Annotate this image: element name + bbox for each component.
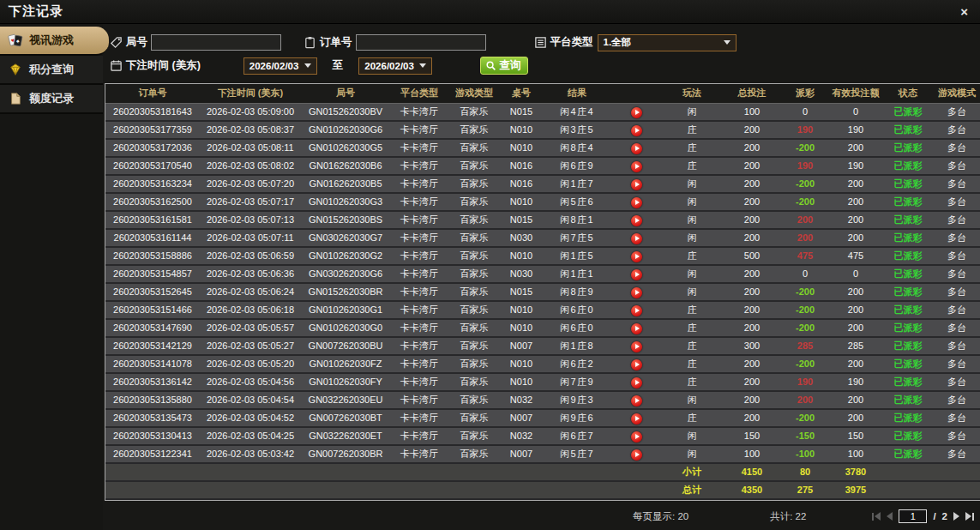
replay-play-icon[interactable] xyxy=(631,107,642,118)
cell-mode: 多台 xyxy=(934,247,980,265)
replay-play-icon[interactable] xyxy=(631,269,642,280)
cell-status: 已派彩 xyxy=(882,229,934,247)
date-from-select[interactable]: 2026/02/03 xyxy=(243,57,317,75)
cell-replay xyxy=(611,301,661,319)
total-row-status xyxy=(882,481,934,499)
cell-wanfa: 闲 xyxy=(661,427,723,445)
cell-round: GN010262030G5 xyxy=(301,139,390,157)
cell-payout: 190 xyxy=(781,121,829,139)
cell-time: 2026-02-03 05:05:20 xyxy=(200,355,301,373)
replay-play-icon[interactable] xyxy=(631,341,642,352)
cell-wanfa: 闲 xyxy=(661,193,723,211)
cell-mode: 多台 xyxy=(934,139,980,157)
cell-result: 闲1庄8 xyxy=(543,337,611,355)
cell-round: GN010262030G3 xyxy=(301,193,390,211)
cell-round: GN007262030BU xyxy=(301,337,390,355)
next-page-icon[interactable] xyxy=(953,512,959,521)
subtotal-row-status xyxy=(882,463,934,481)
cell-payout: 475 xyxy=(781,247,829,265)
header-status: 状态 xyxy=(882,84,934,104)
cell-valid-bet: 190 xyxy=(829,121,882,139)
cell-mode: 多台 xyxy=(934,175,980,193)
cell-order: 260203053135473 xyxy=(105,409,200,427)
cell-time: 2026-02-03 05:07:11 xyxy=(200,229,301,247)
replay-play-icon[interactable] xyxy=(631,179,642,190)
cell-order: 260203053151466 xyxy=(105,301,200,319)
cell-result: 闲6庄0 xyxy=(543,301,611,319)
cell-time: 2026-02-03 05:07:17 xyxy=(200,193,301,211)
cell-payout: -200 xyxy=(781,193,829,211)
table-row: 2602030531611442026-02-03 05:07:11GN0302… xyxy=(105,229,980,247)
replay-play-icon[interactable] xyxy=(631,359,642,370)
sidebar-item-quota-records[interactable]: 额度记录 xyxy=(0,85,103,114)
cell-status: 已派彩 xyxy=(882,283,934,301)
cell-table-no: N010 xyxy=(500,139,543,157)
cell-total-bet: 200 xyxy=(723,265,781,283)
replay-play-icon[interactable] xyxy=(631,215,642,226)
table-row: 2602030531632342026-02-03 05:07:20GN0162… xyxy=(105,175,980,193)
query-button[interactable]: 查询 xyxy=(480,57,528,75)
cell-game: 百家乐 xyxy=(448,193,500,211)
cell-payout: -100 xyxy=(781,445,829,463)
replay-play-icon[interactable] xyxy=(631,287,642,298)
table-row: 2602030531354732026-02-03 05:04:52GN0072… xyxy=(105,409,980,427)
cell-game: 百家乐 xyxy=(448,265,500,283)
cell-wanfa: 庄 xyxy=(661,121,723,139)
cell-game: 百家乐 xyxy=(448,139,500,157)
page-number-input[interactable] xyxy=(899,509,927,523)
replay-play-icon[interactable] xyxy=(631,323,642,334)
cell-total-bet: 200 xyxy=(723,301,781,319)
cell-wanfa: 庄 xyxy=(661,247,723,265)
table-row: 2602030531476902026-02-03 05:05:57GN0102… xyxy=(105,319,980,337)
cell-total-bet: 200 xyxy=(723,283,781,301)
cell-payout: 200 xyxy=(781,229,829,247)
replay-play-icon[interactable] xyxy=(631,161,642,172)
replay-play-icon[interactable] xyxy=(631,377,642,388)
cell-mode: 多台 xyxy=(934,427,980,445)
cell-order: 260203053152645 xyxy=(105,283,200,301)
replay-play-icon[interactable] xyxy=(631,143,642,154)
last-page-icon[interactable] xyxy=(965,512,974,521)
replay-play-icon[interactable] xyxy=(631,197,642,208)
round-number-input[interactable] xyxy=(151,34,281,51)
replay-play-icon[interactable] xyxy=(631,251,642,262)
subtotal-row-round xyxy=(301,463,390,481)
cell-total-bet: 200 xyxy=(723,121,781,139)
cell-game: 百家乐 xyxy=(448,355,500,373)
platform-type-select[interactable]: 1.全部 xyxy=(598,34,737,51)
close-icon[interactable]: × xyxy=(960,5,968,18)
cell-platform: 卡卡湾厅 xyxy=(390,283,448,301)
replay-play-icon[interactable] xyxy=(631,413,642,425)
header-order: 订单号 xyxy=(105,84,200,104)
cell-mode: 多台 xyxy=(934,229,980,247)
sidebar-item-video-games[interactable]: ♥ ♠ 视讯游戏 xyxy=(0,27,109,56)
cell-valid-bet: 285 xyxy=(829,337,882,355)
table-header-row: 订单号 下注时间 (美东) 局号 平台类型 游戏类型 桌号 结果 玩法 总投注 … xyxy=(105,84,980,104)
cell-mode: 多台 xyxy=(934,121,980,139)
cell-wanfa: 庄 xyxy=(661,409,723,427)
replay-play-icon[interactable] xyxy=(631,449,642,461)
first-page-icon[interactable] xyxy=(872,512,881,521)
cell-round: GN015262030BS xyxy=(301,211,390,229)
table-row: 2602030531548572026-02-03 05:06:36GN0302… xyxy=(105,265,980,283)
cell-result: 闲3庄5 xyxy=(543,121,611,139)
cell-game: 百家乐 xyxy=(448,157,500,175)
replay-play-icon[interactable] xyxy=(631,431,642,443)
replay-play-icon[interactable] xyxy=(631,395,642,407)
tag-icon xyxy=(110,36,123,49)
replay-play-icon[interactable] xyxy=(631,125,642,136)
cell-total-bet: 200 xyxy=(723,373,781,391)
cell-order: 260203053154857 xyxy=(105,265,200,283)
replay-play-icon[interactable] xyxy=(631,233,642,244)
total-row-valid-bet: 3975 xyxy=(829,481,882,499)
sidebar-item-points-query[interactable]: 积分查询 xyxy=(0,56,103,85)
cell-replay xyxy=(611,427,661,445)
replay-play-icon[interactable] xyxy=(631,305,642,316)
cell-order: 260203053162500 xyxy=(105,193,200,211)
previous-page-icon[interactable] xyxy=(887,512,893,521)
order-number-input[interactable] xyxy=(356,34,486,51)
per-page-label: 每页显示: xyxy=(633,511,675,521)
filter-bar: 局号 订单号 平台类型 1.全部 xyxy=(103,24,980,81)
playing-cards-icon: ♥ ♠ xyxy=(8,33,23,47)
date-to-select[interactable]: 2026/02/03 xyxy=(358,57,432,75)
